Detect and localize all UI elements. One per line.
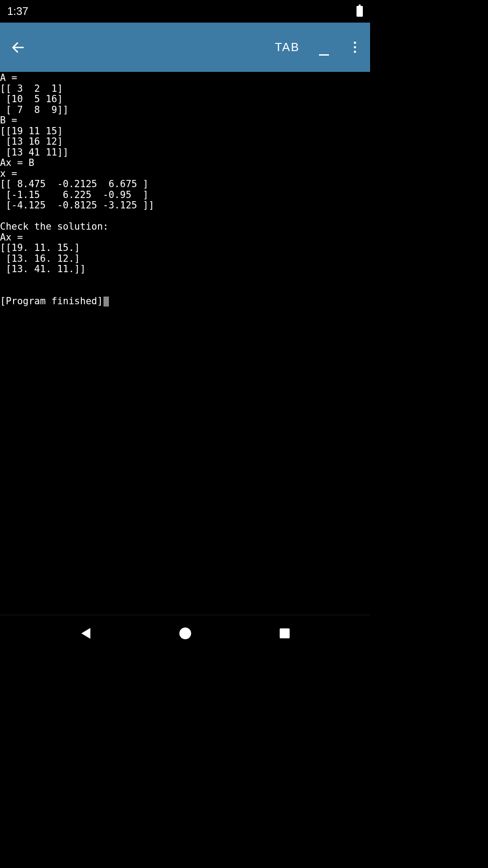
terminal-line [0, 275, 370, 286]
terminal-line: [[19. 11. 15.] [0, 243, 370, 254]
terminal-line: x = [0, 169, 370, 179]
terminal-line: Ax = [0, 232, 370, 243]
terminal-line: [13. 41. 11.]] [0, 264, 370, 275]
arrow-left-icon [10, 40, 26, 55]
app-bar: TAB [0, 23, 370, 72]
square-recents-icon [280, 628, 290, 638]
battery-icon [357, 6, 363, 17]
terminal-line: [-1.15 6.225 -0.95 ] [0, 190, 370, 201]
status-time: 1:37 [7, 5, 28, 18]
status-bar: 1:37 [0, 0, 370, 23]
terminal-line: [[ 3 2 1] [0, 84, 370, 94]
terminal-line: [ 7 8 9]] [0, 105, 370, 116]
terminal-line: Check the solution: [0, 222, 370, 232]
terminal-line: [-4.125 -0.8125 -3.125 ]] [0, 200, 370, 211]
nav-recents-button[interactable] [276, 624, 294, 642]
terminal-line: [13. 16. 12.] [0, 254, 370, 264]
terminal-line: A = [0, 73, 370, 84]
minimize-icon [319, 54, 329, 56]
tab-button[interactable]: TAB [275, 40, 300, 54]
android-nav-bar [0, 615, 370, 651]
terminal-line: [13 41 11]] [0, 147, 370, 158]
terminal-line [0, 211, 370, 222]
overflow-menu-button[interactable] [344, 37, 366, 58]
terminal-line: [10 5 16] [0, 94, 370, 105]
nav-home-button[interactable] [176, 624, 194, 642]
back-button[interactable] [7, 37, 29, 58]
terminal-cursor [103, 297, 109, 307]
more-vert-icon [354, 42, 356, 44]
minimize-button[interactable] [313, 37, 335, 58]
terminal-line: B = [0, 115, 370, 126]
terminal-line: [Program finished] [0, 296, 370, 307]
terminal-line [0, 285, 370, 296]
terminal-line: [13 16 12] [0, 137, 370, 147]
terminal-line: [[ 8.475 -0.2125 6.675 ] [0, 179, 370, 190]
terminal-line: [[19 11 15] [0, 126, 370, 137]
nav-back-button[interactable] [77, 624, 95, 642]
circle-home-icon [179, 627, 191, 639]
terminal-output[interactable]: A =[[ 3 2 1] [10 5 16] [ 7 8 9]]B =[[19 … [0, 72, 370, 307]
terminal-line: Ax = B [0, 158, 370, 169]
triangle-back-icon [81, 628, 90, 639]
